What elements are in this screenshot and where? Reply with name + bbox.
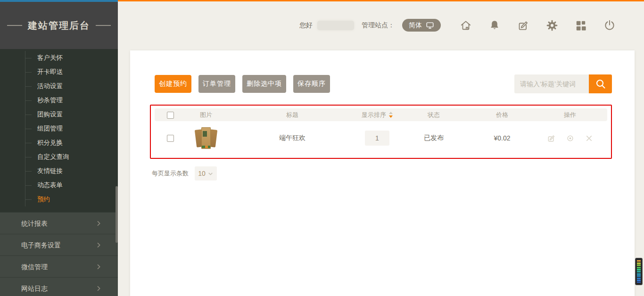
search-button[interactable] (589, 74, 612, 93)
search-input[interactable] (514, 74, 589, 93)
product-thumbnail[interactable] (195, 126, 217, 150)
sidebar-item-group-manage[interactable]: 组团管理 (25, 122, 118, 136)
sidebar-section-ecommerce[interactable]: 电子商务设置 (0, 234, 118, 255)
search-icon (594, 78, 607, 90)
language-site-button[interactable]: 简体 (402, 19, 441, 32)
column-header-status: 状态 (396, 111, 471, 119)
sort-order-input[interactable] (365, 131, 389, 146)
column-header-price: 价格 (471, 111, 533, 119)
activity-indicator-bars (637, 260, 641, 283)
app-logo: 建站管理后台 (0, 2, 118, 49)
sidebar-sections: 统计报表 电子商务设置 微信管理 网站日志 (0, 212, 118, 296)
power-icon[interactable] (603, 19, 616, 32)
sidebar-item-friend-links[interactable]: 友情链接 (25, 164, 118, 178)
reservation-table: 图片 标题 显示排序 状态 价格 操作 (150, 105, 612, 159)
section-label: 微信管理 (21, 263, 48, 271)
sidebar-section-wechat[interactable]: 微信管理 (0, 255, 118, 277)
row-price: ¥0.02 (471, 134, 533, 142)
create-reservation-button[interactable]: 创建预约 (155, 75, 191, 93)
delete-row-icon[interactable] (585, 134, 594, 143)
home-icon[interactable] (460, 19, 472, 32)
sidebar-item-group-buy[interactable]: 团购设置 (25, 107, 118, 122)
sort-column-label: 显示排序 (362, 111, 386, 119)
chevron-right-icon (95, 241, 102, 249)
order-manage-button[interactable]: 订单管理 (198, 75, 235, 93)
sidebar-item-activity-settings[interactable]: 活动设置 (25, 79, 118, 93)
chevron-right-icon (95, 285, 102, 292)
bell-icon[interactable] (488, 19, 501, 32)
save-order-button[interactable]: 保存顺序 (293, 75, 330, 93)
page-size-value: 10 (198, 170, 206, 177)
username-redacted (317, 21, 354, 30)
header-icons (460, 19, 616, 32)
chevron-right-icon (95, 220, 102, 227)
delete-selected-button[interactable]: 删除选中项 (242, 75, 286, 93)
column-header-image: 图片 (186, 111, 226, 119)
activity-indicator-widget (635, 258, 643, 285)
sidebar-item-reservation[interactable]: 预约 (25, 192, 118, 206)
page-size-label: 每页显示条数 (152, 169, 189, 178)
column-header-sort[interactable]: 显示排序 (362, 111, 393, 119)
app-title: 建站管理后台 (28, 19, 90, 32)
chevron-down-icon (207, 171, 214, 177)
row-checkbox[interactable] (167, 135, 174, 142)
package-center (201, 127, 211, 149)
main-area: 您好 管理站点： 简体 (118, 0, 644, 296)
search-box (514, 74, 612, 93)
sidebar-submenu: 客户关怀 开卡即送 活动设置 秒杀管理 团购设置 组团管理 积分兑换 自定义查询… (25, 51, 118, 206)
chevron-right-icon (95, 263, 102, 271)
logo-dash-left (7, 25, 22, 26)
button-group: 创建预约 订单管理 删除选中项 保存顺序 (155, 75, 330, 93)
sort-arrows-icon (389, 112, 393, 118)
edit-row-icon[interactable] (547, 134, 556, 143)
language-label: 简体 (409, 21, 422, 30)
row-title: 端午狂欢 (226, 134, 358, 142)
select-all-checkbox[interactable] (167, 112, 174, 119)
sidebar-item-dynamic-forms[interactable]: 动态表单 (25, 178, 118, 192)
section-label: 统计报表 (21, 220, 48, 227)
table-header-row: 图片 标题 显示排序 状态 价格 操作 (155, 108, 607, 121)
sidebar-item-flash-sale[interactable]: 秒杀管理 (25, 93, 118, 107)
row-actions (533, 134, 607, 143)
page-size-control: 每页显示条数 10 (152, 166, 612, 181)
site-label: 管理站点： (362, 21, 395, 30)
sort-up-icon (389, 112, 393, 114)
section-label: 网站日志 (21, 285, 48, 292)
toolbar: 创建预约 订单管理 删除选中项 保存顺序 (150, 74, 612, 93)
monitor-icon (426, 21, 434, 30)
row-status: 已发布 (396, 134, 471, 142)
sidebar-section-site-log[interactable]: 网站日志 (0, 277, 118, 296)
top-header: 您好 管理站点： 简体 (118, 1, 644, 49)
table-row: 端午狂欢 已发布 ¥0.02 (155, 121, 607, 155)
sidebar: 建站管理后台 客户关怀 开卡即送 活动设置 秒杀管理 团购设置 组团管理 积分兑… (0, 0, 118, 296)
page-size-select[interactable]: 10 (195, 166, 217, 181)
column-header-actions: 操作 (533, 111, 607, 119)
sort-down-icon (389, 115, 393, 118)
preview-eye-icon[interactable] (566, 134, 575, 143)
sidebar-item-card-gift[interactable]: 开卡即送 (25, 65, 118, 79)
sidebar-item-points-exchange[interactable]: 积分兑换 (25, 136, 118, 150)
logo-dash-right (96, 25, 111, 26)
sidebar-section-statistics[interactable]: 统计报表 (0, 212, 118, 234)
edit-icon[interactable] (517, 19, 529, 32)
apps-grid-icon[interactable] (575, 19, 587, 32)
column-header-title: 标题 (226, 111, 358, 119)
sidebar-item-custom-query[interactable]: 自定义查询 (25, 150, 118, 164)
sidebar-item-customer-care[interactable]: 客户关怀 (25, 51, 118, 65)
greeting-text: 您好 (299, 21, 313, 30)
content-panel: 创建预约 订单管理 删除选中项 保存顺序 图片 标题 (130, 50, 635, 296)
section-label: 电子商务设置 (21, 241, 61, 249)
gear-icon[interactable] (546, 19, 558, 32)
